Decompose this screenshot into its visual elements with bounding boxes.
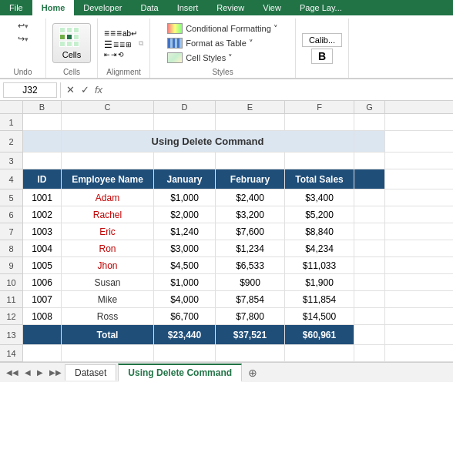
cell-b14[interactable] [23, 345, 62, 361]
cell-feb-1[interactable]: $3,200 [216, 206, 285, 223]
cell-f14[interactable] [285, 345, 354, 361]
formula-input[interactable] [106, 85, 450, 96]
cell-b2[interactable] [23, 131, 62, 152]
cell-jan-6[interactable]: $4,000 [154, 291, 216, 308]
cell-total-0[interactable]: $3,400 [285, 189, 354, 206]
cell-name-4[interactable]: Jhon [62, 257, 154, 274]
tab-nav-prev[interactable]: ◀ [22, 367, 34, 378]
cell-g5[interactable] [354, 189, 385, 206]
col-header-c[interactable]: C [62, 101, 154, 113]
row-num-11[interactable]: 11 [0, 291, 22, 308]
cell-reference-box[interactable] [3, 82, 57, 98]
row-num-9[interactable]: 9 [0, 257, 22, 274]
header-name[interactable]: Employee Name [62, 169, 154, 189]
cancel-formula-button[interactable]: ✕ [64, 84, 77, 96]
redo-arrow[interactable]: ▾ [25, 35, 29, 43]
cell-g1[interactable] [354, 114, 385, 130]
cell-jan-0[interactable]: $1,000 [154, 189, 216, 206]
total-feb[interactable]: $37,521 [216, 325, 285, 344]
tab-nav-last[interactable]: ▶▶ [46, 367, 65, 378]
cell-id-4[interactable]: 1005 [23, 257, 62, 274]
cell-id-2[interactable]: 1003 [23, 223, 62, 240]
cell-g8[interactable] [354, 240, 385, 257]
tab-home[interactable]: Home [32, 0, 75, 15]
cell-f3[interactable] [285, 153, 354, 169]
cell-id-6[interactable]: 1007 [23, 291, 62, 308]
redo-button[interactable]: ↪▾ [15, 33, 32, 45]
col-header-d[interactable]: D [154, 101, 216, 113]
row-num-5[interactable]: 5 [0, 189, 22, 206]
align-left[interactable]: ☰ [104, 39, 112, 50]
cell-feb-0[interactable]: $2,400 [216, 189, 285, 206]
row-num-3[interactable]: 3 [0, 153, 22, 169]
cell-name-2[interactable]: Eric [62, 223, 154, 240]
cell-name-1[interactable]: Rachel [62, 206, 154, 223]
cell-g9[interactable] [354, 257, 385, 274]
align-center[interactable]: ≡ [113, 39, 119, 50]
tab-pagelayout[interactable]: Page Lay... [290, 0, 351, 15]
cell-jan-7[interactable]: $6,700 [154, 308, 216, 325]
conditional-formatting-button[interactable]: Conditional Formatting ˅ [163, 22, 283, 35]
cell-id-0[interactable]: 1001 [23, 189, 62, 206]
col-header-f[interactable]: F [285, 101, 354, 113]
cell-feb-4[interactable]: $6,533 [216, 257, 285, 274]
undo-button[interactable]: ↩▾ [15, 20, 32, 32]
row-num-14[interactable]: 14 [0, 345, 22, 362]
cell-name-0[interactable]: Adam [62, 189, 154, 206]
cell-jan-5[interactable]: $1,000 [154, 274, 216, 291]
cell-jan-3[interactable]: $3,000 [154, 240, 216, 257]
cell-feb-3[interactable]: $1,234 [216, 240, 285, 257]
wrap-text[interactable]: ab↵ [122, 28, 137, 39]
cell-g12[interactable] [354, 308, 385, 325]
cell-g3[interactable] [354, 153, 385, 169]
row-num-6[interactable]: 6 [0, 206, 22, 223]
cells-button[interactable]: Cells [52, 23, 91, 63]
cell-total-6[interactable]: $11,854 [285, 291, 354, 308]
cell-feb-5[interactable]: $900 [216, 274, 285, 291]
cell-name-3[interactable]: Ron [62, 240, 154, 257]
cell-jan-4[interactable]: $4,500 [154, 257, 216, 274]
tab-nav-next[interactable]: ▶ [34, 367, 46, 378]
cell-g11[interactable] [354, 291, 385, 308]
tab-developer[interactable]: Developer [74, 0, 131, 15]
header-jan[interactable]: January [154, 169, 216, 189]
align-top-right[interactable]: ≡ [116, 28, 122, 39]
cell-name-7[interactable]: Ross [62, 308, 154, 325]
cell-e1[interactable] [216, 114, 285, 130]
cell-styles-button[interactable]: Cell Styles ˅ [163, 51, 283, 65]
header-feb[interactable]: February [216, 169, 285, 189]
cell-jan-1[interactable]: $2,000 [154, 206, 216, 223]
alignment-dialog[interactable]: ⧉ [139, 39, 143, 48]
bold-button[interactable]: B [311, 49, 333, 64]
header-total[interactable]: Total Sales [285, 169, 354, 189]
cell-d1[interactable] [154, 114, 216, 130]
tab-nav-first[interactable]: ◀◀ [3, 367, 22, 378]
undo-arrow[interactable]: ▾ [25, 22, 29, 30]
cell-d14[interactable] [154, 345, 216, 361]
cell-e14[interactable] [216, 345, 285, 361]
align-top-left[interactable]: ≡ [104, 28, 109, 39]
tab-insert[interactable]: Insert [168, 0, 208, 15]
cell-id-7[interactable]: 1008 [23, 308, 62, 325]
cell-total-3[interactable]: $4,234 [285, 240, 354, 257]
cell-g10[interactable] [354, 274, 385, 291]
cell-g2[interactable] [354, 131, 385, 152]
cell-total-4[interactable]: $11,033 [285, 257, 354, 274]
total-jan[interactable]: $23,440 [154, 325, 216, 344]
row-num-8[interactable]: 8 [0, 240, 22, 257]
font-name-selector[interactable]: Calib... [302, 33, 342, 47]
sheet-tab-active[interactable]: Using Delete Command [118, 364, 242, 382]
cell-feb-6[interactable]: $7,854 [216, 291, 285, 308]
cell-g7[interactable] [354, 223, 385, 240]
cell-f1[interactable] [285, 114, 354, 130]
format-as-table-button[interactable]: Format as Table ˅ [163, 36, 283, 50]
decrease-indent[interactable]: ⇤ [104, 51, 110, 59]
cell-g14[interactable] [354, 345, 385, 361]
cell-d3[interactable] [154, 153, 216, 169]
cell-total-2[interactable]: $8,840 [285, 223, 354, 240]
row-num-2[interactable]: 2 [0, 131, 22, 153]
col-header-b[interactable]: B [23, 101, 62, 113]
cell-id-5[interactable]: 1006 [23, 274, 62, 291]
merge-cells[interactable]: ⊞ [126, 39, 132, 50]
row-num-1[interactable]: 1 [0, 114, 22, 131]
